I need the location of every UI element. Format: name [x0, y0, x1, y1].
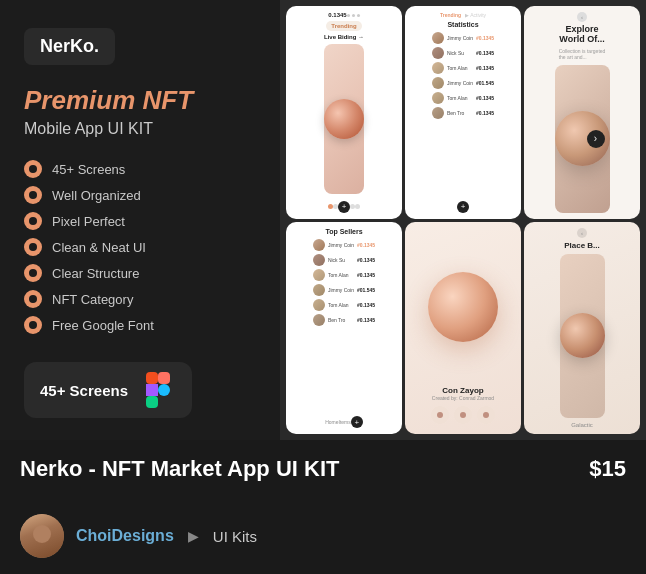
seller-price-2: #0.1345 — [357, 257, 375, 263]
product-title: Nerko - NFT Market App UI KIT — [20, 456, 339, 482]
seller-price-4: #01.545 — [357, 287, 375, 293]
feature-organized: Well Organized — [24, 186, 256, 204]
feature-clean: Clean & Neat UI — [24, 238, 256, 256]
author-category[interactable]: UI Kits — [213, 528, 257, 545]
feature-label-4: Clean & Neat UI — [52, 240, 146, 255]
feature-label-6: NFT Category — [52, 292, 133, 307]
nft-main-sphere — [428, 272, 498, 342]
seller-avatar-1 — [313, 239, 325, 251]
trending-tag: Trending — [326, 21, 361, 31]
avatar-1 — [432, 32, 444, 44]
stats-name-3: Tom Alan — [447, 65, 473, 71]
seller-avatar-5 — [313, 299, 325, 311]
feature-label-1: 45+ Screens — [52, 162, 125, 177]
seller-avatar-6 — [313, 314, 325, 326]
seller-price-5: #0.1345 — [357, 302, 375, 308]
phone1-number: 0.1345 — [328, 12, 346, 18]
stats-name-2: Nick Su — [447, 50, 473, 56]
stats-title: Statistics — [447, 21, 478, 28]
galactic-tag: Galactic — [571, 422, 593, 428]
stats-val-2: #0.1345 — [476, 50, 494, 56]
feature-label-2: Well Organized — [52, 188, 141, 203]
explore-desc: Collection is targetedthe art and... — [559, 48, 606, 60]
seller-row-4: Jimmy Coin #01.545 — [313, 284, 375, 296]
svg-rect-2 — [146, 384, 158, 396]
avatar-2 — [432, 47, 444, 59]
seller-row-1: Jimmy Coin #0.1345 — [313, 239, 375, 251]
top-row-phones: 0.1345 Trending Live Biding → — [286, 6, 640, 219]
headline: Premium NFT — [24, 85, 256, 116]
feature-structure: Clear Structure — [24, 264, 256, 282]
place-bid-header: ‹ — [577, 228, 587, 238]
bottom-nav-2: + — [457, 197, 469, 213]
seller-name-1: Jimmy Coin — [328, 242, 354, 248]
seller-row-3: Tom Alan #0.1345 — [313, 269, 375, 281]
avatar-4 — [432, 77, 444, 89]
stats-tab-activity: ▶ Activity — [465, 12, 486, 18]
nft-action-buttons — [431, 406, 495, 424]
feature-pixel: Pixel Perfect — [24, 212, 256, 230]
stats-row-1: Jimmy Coin #0.1345 — [432, 32, 494, 44]
action-btn-1 — [431, 406, 449, 424]
product-price: $15 — [589, 456, 626, 482]
bullet-icon-4 — [24, 238, 42, 256]
stats-name-5: Tom Alan — [447, 95, 473, 101]
bullet-icon-7 — [24, 316, 42, 334]
nft-owner-name: Con Zayop — [442, 386, 483, 395]
bullet-icon-2 — [24, 186, 42, 204]
explore-header: ‹ — [577, 12, 587, 22]
action-btn-2 — [454, 406, 472, 424]
back-btn-6: ‹ — [577, 228, 587, 238]
seller-avatar-3 — [313, 269, 325, 281]
nav-add-4: + — [351, 416, 363, 428]
author-name[interactable]: ChoiDesigns — [76, 527, 174, 545]
svg-rect-4 — [146, 396, 158, 408]
product-title-row: Nerko - NFT Market App UI KIT $15 — [20, 456, 626, 482]
phone-mockup-3: ‹ Explore World Of... Collection is targ… — [524, 6, 640, 219]
add-btn: + — [338, 201, 350, 213]
headline-text: Premium NFT — [24, 85, 193, 115]
stats-val-6: #0.1345 — [476, 110, 494, 116]
place-bid-title: Place B... — [564, 241, 600, 250]
feature-font: Free Google Font — [24, 316, 256, 334]
avatar-6 — [432, 107, 444, 119]
feature-screens: 45+ Screens — [24, 160, 256, 178]
sellers-list: Jimmy Coin #0.1345 Nick Su #0.1345 Tom A… — [313, 239, 375, 414]
stats-row-6: Ben Tro #0.1345 — [432, 107, 494, 119]
bid-sphere-container — [560, 254, 605, 419]
avatar-5 — [432, 92, 444, 104]
screens-button[interactable]: 45+ Screens — [24, 362, 192, 418]
seller-price-1: #0.1345 — [357, 242, 375, 248]
stats-tab-trending: Trending — [440, 12, 461, 18]
bottom-nav-4: Home Items + — [325, 413, 363, 428]
stats-name-4: Jimmy Coin — [447, 80, 473, 86]
menu-dot-2 — [352, 14, 355, 17]
stats-name-6: Ben Tro — [447, 110, 473, 116]
explore-arrow: › — [587, 130, 605, 148]
back-chevron: ‹ — [577, 12, 587, 22]
stats-val-1: #0.1345 — [476, 35, 494, 41]
right-panel: 0.1345 Trending Live Biding → — [280, 0, 646, 440]
svg-rect-0 — [146, 372, 158, 384]
bottom-nav-1: + — [328, 198, 360, 213]
seller-name-3: Tom Alan — [328, 272, 354, 278]
seller-name-4: Jimmy Coin — [328, 287, 354, 293]
logo-badge: NerKo. — [24, 28, 115, 65]
bullet-icon-3 — [24, 212, 42, 230]
bid-sphere — [560, 313, 605, 358]
phone-mockup-2: Trending ▶ Activity Statistics Jimmy Coi… — [405, 6, 521, 219]
svg-rect-1 — [158, 372, 170, 384]
nav-items: Items — [339, 419, 351, 425]
action-dot-2 — [460, 412, 466, 418]
left-panel: NerKo. Premium NFT Mobile App UI KIT 45+… — [0, 0, 280, 440]
stats-val-5: #0.1345 — [476, 95, 494, 101]
avatar-3 — [432, 62, 444, 74]
svg-point-3 — [158, 384, 170, 396]
bullet-icon-6 — [24, 290, 42, 308]
phone-mockup-4: Top Sellers Jimmy Coin #0.1345 Nick Su #… — [286, 222, 402, 435]
world-title: World Of... — [559, 35, 604, 45]
stats-row-4: Jimmy Coin #01.545 — [432, 77, 494, 89]
seller-name-2: Nick Su — [328, 257, 354, 263]
stats-val-4: #01.545 — [476, 80, 494, 86]
preview-area: NerKo. Premium NFT Mobile App UI KIT 45+… — [0, 0, 646, 440]
